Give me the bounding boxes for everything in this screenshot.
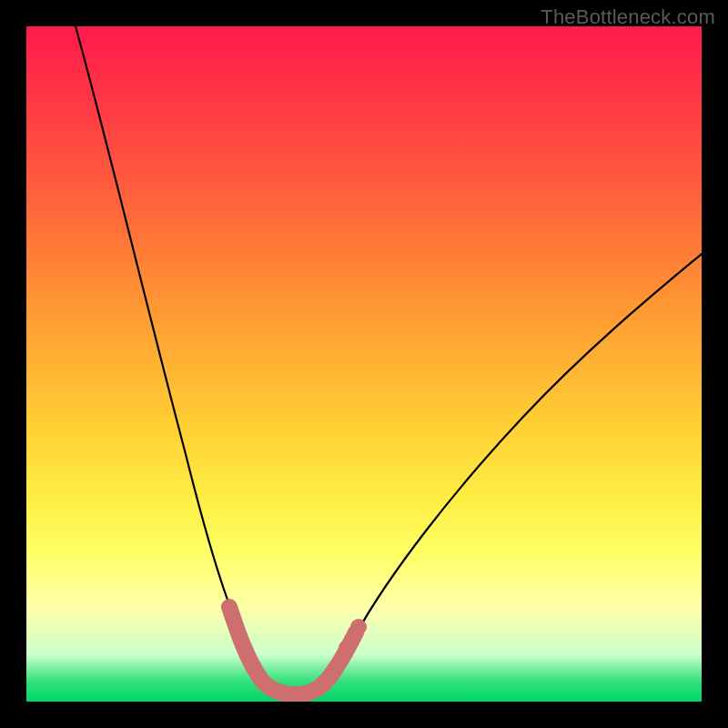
watermark-text: TheBottleneck.com [541,5,715,29]
bottleneck-curve [76,26,702,692]
highlight-dot [339,640,355,656]
chart-frame [26,26,702,702]
chart-svg [26,26,702,702]
highlight-dot [350,619,367,635]
highlight-segment [229,607,356,694]
